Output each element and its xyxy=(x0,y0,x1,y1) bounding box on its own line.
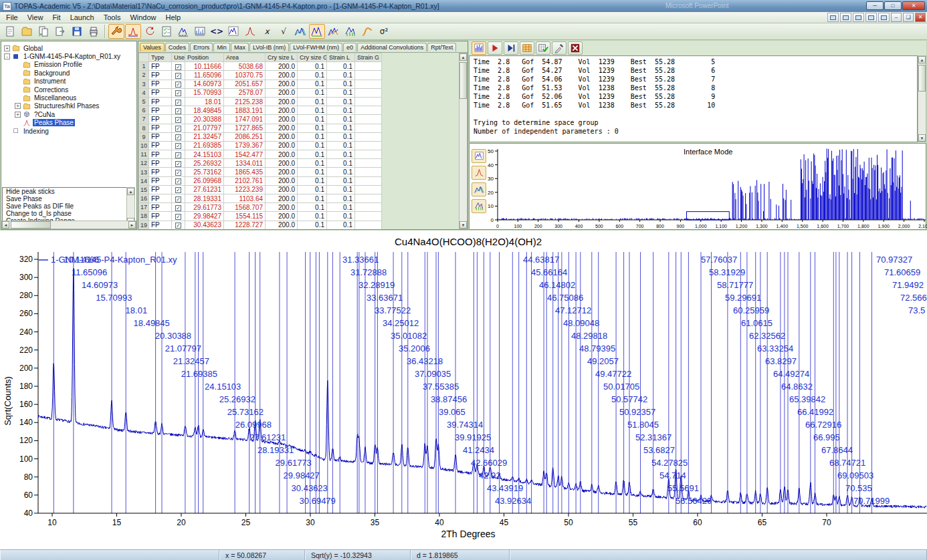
cell-strain-g[interactable] xyxy=(355,150,382,159)
tile-vertical-icon[interactable] xyxy=(865,13,877,22)
use-checkbox[interactable]: ✓ xyxy=(172,106,185,115)
tree-item-background[interactable]: Background xyxy=(1,69,136,77)
mini-zoom-button[interactable] xyxy=(472,149,486,163)
cell-cry-size-g[interactable]: 0.1 xyxy=(298,194,327,203)
cell-position[interactable]: 20.30388 xyxy=(185,115,224,124)
cell-cry-size-l[interactable]: 200.0 xyxy=(266,185,298,194)
cell-strain-l[interactable]: 0.1 xyxy=(327,221,355,229)
cell-strain-l[interactable]: 0.1 xyxy=(327,132,355,141)
use-checkbox[interactable]: ✓ xyxy=(172,62,185,71)
hkl-ticks-button[interactable] xyxy=(342,24,358,39)
cell-type[interactable]: FP xyxy=(149,106,172,115)
row-number[interactable]: 13 xyxy=(139,168,149,176)
cell-cry-size-g[interactable]: 0.1 xyxy=(298,115,327,124)
cell-cry-size-l[interactable]: 200.0 xyxy=(266,106,298,115)
cell-strain-g[interactable] xyxy=(355,115,382,124)
cell-strain-l[interactable]: 0.1 xyxy=(327,150,355,159)
cell-strain-l[interactable]: 0.1 xyxy=(327,97,355,106)
run-button[interactable] xyxy=(488,41,502,55)
cell-cry-size-g[interactable]: 0.1 xyxy=(298,97,327,106)
overlay-patterns-button[interactable] xyxy=(292,24,308,39)
cell-area[interactable]: 5038.68 xyxy=(224,62,266,71)
cell-strain-g[interactable] xyxy=(355,88,382,97)
import-project-button[interactable] xyxy=(35,24,51,39)
cell-strain-g[interactable] xyxy=(355,159,382,168)
mini-hkl-button[interactable] xyxy=(472,199,486,213)
mini-peak-sticks-button[interactable] xyxy=(472,166,486,180)
menu-launch[interactable]: Launch xyxy=(66,13,99,22)
cell-position[interactable]: 27.61231 xyxy=(185,185,224,194)
use-checkbox[interactable]: ✓ xyxy=(172,212,185,221)
cell-strain-g[interactable] xyxy=(355,185,382,194)
cell-cry-size-l[interactable]: 200.0 xyxy=(266,141,298,150)
tree-item-miscellaneous[interactable]: Miscellaneous xyxy=(1,94,136,102)
cell-strain-g[interactable] xyxy=(355,194,382,203)
row-number[interactable]: 15 xyxy=(139,185,149,194)
cell-position[interactable]: 18.49845 xyxy=(185,106,224,115)
cell-type[interactable]: FP xyxy=(149,132,172,141)
context-menu-item-change-to-d-is-phase[interactable]: Change to d_Is phase xyxy=(3,210,128,217)
cell-area[interactable]: 2578.07 xyxy=(224,88,266,97)
tree-expander[interactable]: + xyxy=(15,112,21,118)
cell-cry-size-g[interactable]: 0.1 xyxy=(298,168,327,176)
cell-strain-l[interactable]: 0.1 xyxy=(327,71,355,80)
context-menu-item-hide-peak-sticks[interactable]: Hide peak sticks xyxy=(3,188,128,195)
cell-cry-size-l[interactable]: 200.0 xyxy=(266,168,298,176)
cell-cry-size-l[interactable]: 200.0 xyxy=(266,132,298,141)
menu-tools[interactable]: Tools xyxy=(99,13,126,22)
tab-e0[interactable]: e0 xyxy=(343,43,356,51)
cell-type[interactable]: FP xyxy=(149,168,172,176)
row-number[interactable]: 5 xyxy=(139,97,149,106)
cell-position[interactable]: 10.11666 xyxy=(185,62,224,71)
cell-cry-size-g[interactable]: 0.1 xyxy=(298,71,327,80)
use-checkbox[interactable]: ✓ xyxy=(172,185,185,194)
child-restore-button[interactable]: ❏ xyxy=(903,13,914,22)
cell-position[interactable]: 25.73162 xyxy=(185,168,224,176)
arrange-icons-icon[interactable] xyxy=(878,13,890,22)
cell-cry-size-l[interactable]: 200.0 xyxy=(266,203,298,212)
row-number[interactable]: 12 xyxy=(139,159,149,168)
use-checkbox[interactable]: ✓ xyxy=(172,141,185,150)
cell-area[interactable]: 2102.761 xyxy=(224,176,266,185)
use-checkbox[interactable]: ✓ xyxy=(172,124,185,132)
cell-strain-l[interactable]: 0.1 xyxy=(327,159,355,168)
cell-position[interactable]: 26.09968 xyxy=(185,176,224,185)
row-number[interactable]: 7 xyxy=(139,115,149,124)
cell-strain-g[interactable] xyxy=(355,203,382,212)
cell-type[interactable]: FP xyxy=(149,203,172,212)
cell-position[interactable]: 14.60973 xyxy=(185,80,224,88)
cell-strain-l[interactable]: 0.1 xyxy=(327,62,355,71)
tree-expander[interactable]: + xyxy=(15,103,21,109)
tree-item-1-gnm-4145-p4-kapton-r01-xy[interactable]: -1-GNM-4145-P4-Kapton_R01.xy xyxy=(1,52,136,60)
cell-strain-g[interactable] xyxy=(355,212,382,221)
cell-area[interactable]: 1334.011 xyxy=(224,159,266,168)
cell-strain-g[interactable] xyxy=(355,132,382,141)
cell-cry-size-l[interactable]: 200.0 xyxy=(266,97,298,106)
cell-position[interactable]: 30.43623 xyxy=(185,221,224,229)
close-button[interactable]: ✕ xyxy=(902,1,925,10)
sqrt-axis-mode-button[interactable]: √ xyxy=(276,24,292,39)
menu-fit[interactable]: Fit xyxy=(47,13,65,22)
cell-area[interactable]: 1865.435 xyxy=(224,168,266,176)
menu-window[interactable]: Window xyxy=(125,13,161,22)
use-checkbox[interactable]: ✓ xyxy=(172,115,185,124)
cell-type[interactable]: FP xyxy=(149,124,172,132)
tree-item-indexing[interactable]: Indexing xyxy=(1,127,136,135)
cell-strain-g[interactable] xyxy=(355,106,382,115)
tree-expander[interactable]: + xyxy=(4,45,10,51)
tab-lvol-fwhm-nm-[interactable]: LVol-FWHM (nm) xyxy=(290,43,342,51)
smooth-curve-button[interactable] xyxy=(359,24,375,39)
cell-type[interactable]: FP xyxy=(149,97,172,106)
peak-details-button[interactable] xyxy=(175,24,191,39)
difference-plot-button[interactable] xyxy=(309,24,325,39)
run-to-end-button[interactable] xyxy=(504,41,518,55)
row-number[interactable]: 6 xyxy=(139,106,149,115)
cell-strain-l[interactable]: 0.1 xyxy=(327,80,355,88)
sigma-squared-button[interactable]: σ² xyxy=(376,24,392,39)
cell-position[interactable]: 21.32457 xyxy=(185,132,224,141)
use-checkbox[interactable]: ✓ xyxy=(172,176,185,185)
cell-area[interactable]: 2051.657 xyxy=(224,80,266,88)
text-editor-button[interactable]: <> xyxy=(209,24,225,39)
tab-rpt-text[interactable]: Rpt/Text xyxy=(427,43,456,51)
child-close-button[interactable]: ✕ xyxy=(915,13,926,22)
